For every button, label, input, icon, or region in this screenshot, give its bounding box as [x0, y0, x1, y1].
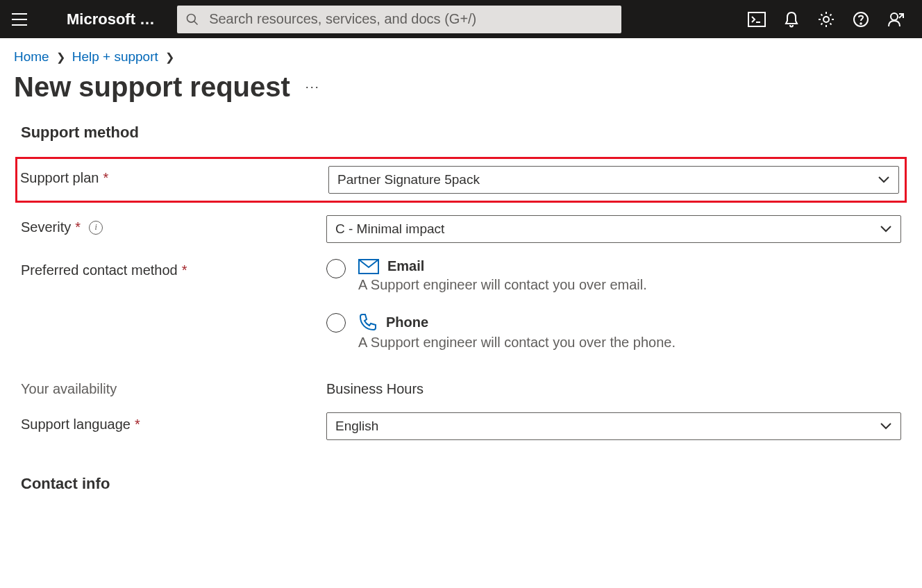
settings-icon[interactable]: [811, 4, 841, 35]
contact-option-desc: A Support engineer will contact you over…: [358, 335, 676, 351]
breadcrumb-home[interactable]: Home: [14, 49, 49, 65]
support-language-select[interactable]: English: [326, 412, 901, 440]
contact-option-phone[interactable]: Phone A Support engineer will contact yo…: [326, 312, 901, 351]
header-actions: [741, 4, 916, 35]
feedback-icon[interactable]: [880, 4, 911, 35]
contact-option-label: Phone: [386, 314, 428, 330]
search-placeholder: Search resources, services, and docs (G+…: [209, 11, 476, 27]
support-plan-value: Partner Signature 5pack: [337, 172, 480, 187]
svg-point-3: [187, 14, 196, 22]
preferred-contact-label: Preferred contact method: [21, 262, 178, 278]
contact-option-desc: A Support engineer will contact you over…: [358, 277, 647, 293]
availability-label: Your availability: [21, 381, 117, 397]
radio-button[interactable]: [326, 259, 346, 278]
chevron-down-icon: [878, 172, 890, 187]
menu-button[interactable]: [6, 6, 33, 33]
required-marker: *: [182, 262, 187, 278]
search-input[interactable]: Search resources, services, and docs (G+…: [177, 6, 621, 33]
section-title-support-method: Support method: [21, 124, 901, 142]
chevron-down-icon: [880, 221, 892, 237]
info-icon[interactable]: i: [89, 221, 103, 235]
support-plan-select[interactable]: Partner Signature 5pack: [328, 166, 899, 194]
availability-value: Business Hours: [326, 377, 901, 397]
phone-icon: [358, 312, 378, 332]
svg-point-7: [823, 17, 829, 22]
severity-select[interactable]: C - Minimal impact: [326, 215, 901, 243]
required-marker: *: [75, 219, 81, 235]
more-actions-button[interactable]: ···: [305, 80, 320, 94]
breadcrumb: Home ❯ Help + support ❯: [0, 38, 922, 72]
chevron-right-icon: ❯: [56, 51, 65, 64]
svg-line-4: [194, 21, 198, 24]
required-marker: *: [135, 417, 140, 432]
section-title-contact-info: Contact info: [21, 475, 901, 493]
svg-point-10: [891, 13, 898, 20]
brand-label: Microsoft …: [39, 10, 171, 28]
email-icon: [358, 259, 379, 274]
cloud-shell-icon[interactable]: [741, 4, 772, 35]
svg-point-9: [860, 23, 862, 24]
contact-option-label: Email: [387, 258, 424, 274]
breadcrumb-help-support[interactable]: Help + support: [72, 49, 158, 65]
support-plan-label: Support plan: [20, 170, 99, 186]
chevron-down-icon: [880, 419, 892, 434]
contact-option-email[interactable]: Email A Support engineer will contact yo…: [326, 258, 901, 293]
top-header: Microsoft … Search resources, services, …: [0, 0, 922, 38]
chevron-right-icon: ❯: [165, 51, 174, 64]
svg-rect-5: [748, 12, 765, 26]
required-marker: *: [103, 170, 108, 186]
severity-label: Severity: [21, 219, 71, 235]
support-language-label: Support language: [21, 417, 131, 432]
page-title: New support request: [14, 72, 290, 103]
severity-value: C - Minimal impact: [335, 221, 444, 237]
notifications-icon[interactable]: [776, 4, 807, 35]
help-icon[interactable]: [846, 4, 876, 35]
support-plan-highlight: Support plan * Partner Signature 5pack: [15, 157, 907, 203]
radio-button[interactable]: [326, 313, 346, 333]
support-language-value: English: [335, 419, 378, 434]
